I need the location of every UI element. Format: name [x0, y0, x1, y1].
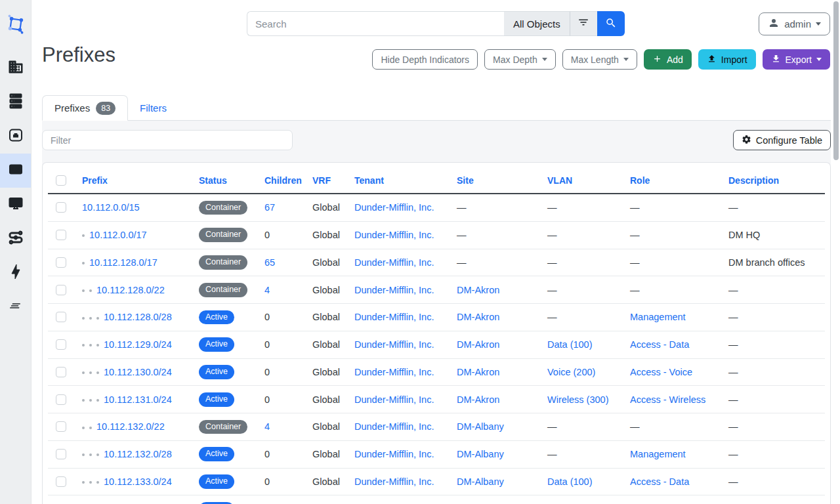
sidebar-item-other[interactable] [0, 290, 31, 324]
children-count[interactable]: 65 [264, 257, 275, 268]
children-count[interactable]: 4 [264, 421, 270, 432]
sidebar-item-power[interactable] [0, 256, 31, 290]
tenant-link[interactable]: Dunder-Mifflin, Inc. [354, 476, 434, 487]
prefix-link[interactable]: 10.112.132.0/22 [96, 421, 165, 432]
configure-table-button[interactable]: Configure Table [733, 130, 831, 150]
tenant-link[interactable]: Dunder-Mifflin, Inc. [354, 449, 434, 459]
tenant-link[interactable]: Dunder-Mifflin, Inc. [354, 285, 434, 295]
column-sort-link[interactable]: Children [264, 175, 302, 186]
sidebar-item-ipam[interactable] [0, 154, 31, 188]
column-sort-link[interactable]: Role [630, 175, 650, 186]
tenant-link[interactable]: Dunder-Mifflin, Inc. [354, 421, 434, 432]
page-scrollbar-thumb[interactable] [833, 1, 839, 160]
max-length-dropdown[interactable]: Max Length [562, 49, 637, 70]
import-label: Import [721, 54, 747, 65]
sidebar-item-netbox-logo[interactable] [0, 9, 31, 43]
add-button[interactable]: Add [644, 49, 692, 70]
role-link[interactable]: Management [630, 449, 686, 459]
role-link[interactable]: Access - Data [630, 339, 689, 350]
search-scope-select[interactable]: All Objects [504, 11, 570, 36]
site-cell: DM-Akron [449, 304, 539, 331]
hide-depth-indicators-button[interactable]: Hide Depth Indicators [372, 49, 478, 70]
column-sort-link[interactable]: Prefix [82, 175, 108, 186]
status-cell: Active [191, 440, 257, 468]
sidebar-item-virtualization[interactable] [0, 188, 31, 222]
role-link[interactable]: Access - Wireless [630, 394, 705, 405]
table-filter-input[interactable] [42, 130, 293, 150]
row-checkbox[interactable] [56, 476, 66, 487]
site-link[interactable]: DM-Akron [457, 339, 499, 350]
sidebar-item-circuits[interactable] [0, 222, 31, 256]
search-input[interactable] [247, 11, 504, 36]
row-checkbox[interactable] [56, 257, 66, 268]
role-cell: — [622, 249, 721, 276]
column-sort-link[interactable]: VLAN [547, 175, 572, 186]
import-button[interactable]: Import [698, 49, 756, 70]
prefix-link[interactable]: 10.112.133.0/24 [104, 476, 172, 487]
prefix-link[interactable]: 10.112.0.0/15 [82, 202, 140, 213]
select-all-checkbox[interactable] [56, 175, 66, 186]
vlan-cell: — [539, 221, 622, 249]
tenant-link[interactable]: Dunder-Mifflin, Inc. [354, 367, 434, 377]
tab-filters[interactable]: Filters [128, 95, 178, 120]
prefix-link[interactable]: 10.112.132.0/28 [104, 449, 172, 459]
role-link[interactable]: Access - Voice [630, 367, 692, 377]
site-cell: DM-Akron [449, 358, 539, 386]
tenant-link[interactable]: Dunder-Mifflin, Inc. [354, 312, 434, 322]
row-checkbox[interactable] [56, 421, 66, 432]
children-count[interactable]: 4 [264, 285, 270, 295]
site-link[interactable]: DM-Akron [457, 367, 499, 377]
vlan-link[interactable]: Voice (200) [547, 367, 595, 377]
column-sort-link[interactable]: VRF [312, 175, 331, 186]
search-filter-button[interactable] [570, 11, 597, 36]
user-menu-button[interactable]: admin [759, 12, 830, 35]
site-link[interactable]: DM-Albany [457, 476, 504, 487]
prefix-link[interactable]: 10.112.128.0/17 [89, 257, 158, 268]
sidebar-item-organization[interactable] [0, 51, 31, 85]
site-link[interactable]: DM-Akron [457, 285, 499, 295]
role-link[interactable]: Management [630, 312, 686, 322]
prefix-link[interactable]: 10.112.130.0/24 [104, 367, 172, 377]
sidebar-item-connections[interactable] [0, 119, 31, 154]
prefix-link[interactable]: 10.112.128.0/28 [104, 312, 172, 322]
vlan-link[interactable]: Wireless (300) [547, 394, 608, 405]
site-link[interactable]: DM-Akron [457, 312, 499, 322]
tenant-link[interactable]: Dunder-Mifflin, Inc. [354, 339, 434, 350]
prefix-link[interactable]: 10.112.131.0/24 [104, 394, 172, 405]
depth-indicator-dot [82, 481, 85, 484]
row-checkbox[interactable] [56, 202, 66, 213]
children-count[interactable]: 67 [264, 202, 275, 213]
site-link[interactable]: DM-Albany [457, 421, 504, 432]
column-sort-link[interactable]: Tenant [354, 175, 384, 186]
row-select-cell [48, 358, 74, 386]
export-dropdown[interactable]: Export [763, 49, 830, 70]
column-sort-link[interactable]: Description [728, 175, 779, 186]
site-link[interactable]: DM-Albany [457, 449, 504, 459]
row-checkbox[interactable] [56, 394, 66, 405]
row-checkbox[interactable] [56, 285, 66, 295]
prefix-link[interactable]: 10.112.0.0/17 [89, 230, 147, 240]
tab-prefixes[interactable]: Prefixes 83 [42, 95, 128, 121]
prefix-link[interactable]: 10.112.129.0/24 [104, 339, 172, 350]
prefix-link[interactable]: 10.112.128.0/22 [96, 285, 165, 295]
row-checkbox[interactable] [56, 367, 66, 377]
search-submit-button[interactable] [597, 11, 625, 36]
tenant-link[interactable]: Dunder-Mifflin, Inc. [354, 202, 434, 213]
tenant-link[interactable]: Dunder-Mifflin, Inc. [354, 394, 434, 405]
vlan-link[interactable]: Data (100) [547, 476, 593, 487]
sidebar-item-devices[interactable] [0, 85, 31, 119]
column-sort-link[interactable]: Site [457, 175, 474, 186]
site-link[interactable]: DM-Akron [457, 394, 499, 405]
row-checkbox[interactable] [56, 312, 66, 322]
role-link[interactable]: Access - Data [630, 476, 689, 487]
row-checkbox[interactable] [56, 339, 66, 350]
tenant-cell: Dunder-Mifflin, Inc. [346, 276, 449, 304]
site-empty-value: — [457, 202, 467, 213]
max-depth-dropdown[interactable]: Max Depth [484, 49, 556, 70]
row-checkbox[interactable] [56, 230, 66, 240]
tenant-link[interactable]: Dunder-Mifflin, Inc. [354, 230, 434, 240]
tenant-link[interactable]: Dunder-Mifflin, Inc. [354, 257, 434, 268]
column-sort-link[interactable]: Status [199, 175, 227, 186]
vlan-link[interactable]: Data (100) [547, 339, 593, 350]
row-checkbox[interactable] [56, 449, 66, 459]
